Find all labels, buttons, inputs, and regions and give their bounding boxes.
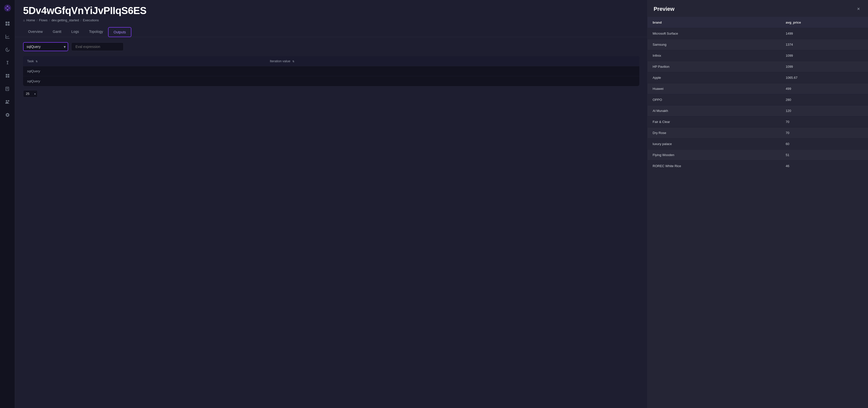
sidebar: [0, 0, 15, 408]
preview-row[interactable]: Apple 1065.67: [648, 72, 868, 83]
home-icon: ⌂: [23, 19, 25, 22]
plugin-icon[interactable]: [4, 59, 11, 66]
preview-cell-brand: Flying Wooden: [648, 150, 781, 161]
page-size-wrapper: 10 25 50 100: [23, 90, 38, 97]
preview-cell-brand: Al Munakh: [648, 106, 781, 116]
preview-cell-price: 1374: [781, 39, 868, 50]
preview-cell-price: 70: [781, 127, 868, 139]
preview-cell-price: 1065.67: [781, 72, 868, 83]
preview-col-brand: brand: [648, 17, 781, 28]
preview-col-avgprice: avg_price: [781, 17, 868, 28]
preview-panel: Preview × brand avg_price Microsoft Surf…: [647, 0, 868, 408]
dropdown-row: sqlQuery task1 task2: [23, 42, 639, 51]
controls-area: sqlQuery task1 task2: [15, 37, 647, 56]
history-icon[interactable]: [4, 46, 11, 53]
page-header: 5Dv4wGfqVnYiJvPIIqS6ES ⌂ Home / Flows / …: [15, 0, 647, 27]
sort-task-icon: ⇅: [36, 60, 38, 63]
cell-task: sqlQuery: [23, 76, 266, 86]
table-row[interactable]: sqlQuery: [23, 66, 639, 76]
cell-iteration: [266, 66, 639, 76]
preview-cell-brand: Apple: [648, 72, 781, 83]
preview-table: brand avg_price Microsoft Surface 1499 S…: [648, 17, 868, 171]
preview-row[interactable]: ROREC White Rice 46: [648, 161, 868, 172]
preview-cell-brand: Infinix: [648, 50, 781, 61]
preview-row[interactable]: Fair & Clear 70: [648, 116, 868, 127]
close-preview-button[interactable]: ×: [855, 5, 862, 13]
table-container: Task ⇅ Iteration value ⇅ sqlQuery sqlQue…: [15, 56, 647, 86]
outputs-table: Task ⇅ Iteration value ⇅ sqlQuery sqlQue…: [23, 56, 639, 86]
column-iteration[interactable]: Iteration value ⇅: [266, 56, 639, 66]
preview-cell-brand: Fair & Clear: [648, 116, 781, 127]
pagination-row: 10 25 50 100: [15, 86, 647, 101]
table-row[interactable]: sqlQuery: [23, 76, 639, 86]
preview-cell-price: 1099: [781, 61, 868, 72]
preview-cell-brand: Dry Rose: [648, 127, 781, 139]
tab-gantt[interactable]: Gantt: [48, 27, 66, 37]
preview-cell-price: 46: [781, 161, 868, 172]
tab-overview[interactable]: Overview: [23, 27, 48, 37]
preview-row[interactable]: Huawei 499: [648, 83, 868, 94]
chart-icon[interactable]: [4, 33, 11, 40]
tab-topology[interactable]: Topology: [84, 27, 108, 37]
preview-cell-brand: Huawei: [648, 83, 781, 94]
preview-cell-price: 280: [781, 94, 868, 106]
page-title: 5Dv4wGfqVnYiJvPIIqS6ES: [23, 5, 639, 16]
preview-cell-brand: Samsung: [648, 39, 781, 50]
breadcrumb-dev[interactable]: dev.getting_started: [52, 18, 79, 22]
preview-cell-price: 51: [781, 150, 868, 161]
preview-cell-brand: OPPO: [648, 94, 781, 106]
preview-cell-brand: HP Pavilion: [648, 61, 781, 72]
svg-rect-3: [5, 24, 7, 26]
tab-bar: Overview Gantt Logs Topology Outputs: [15, 27, 647, 37]
task-select-wrapper: sqlQuery task1 task2: [23, 42, 68, 51]
breadcrumb: ⌂ Home / Flows / dev.getting_started / E…: [23, 18, 639, 22]
grid-icon[interactable]: [4, 72, 11, 79]
main-content: 5Dv4wGfqVnYiJvPIIqS6ES ⌂ Home / Flows / …: [15, 0, 647, 408]
preview-cell-price: 1099: [781, 50, 868, 61]
eval-expression-input[interactable]: [71, 42, 124, 51]
preview-row[interactable]: Samsung 1374: [648, 39, 868, 50]
preview-table-container[interactable]: brand avg_price Microsoft Surface 1499 S…: [648, 17, 868, 408]
preview-cell-brand: Microsoft Surface: [648, 28, 781, 39]
preview-header: Preview ×: [648, 0, 868, 17]
preview-cell-price: 1499: [781, 28, 868, 39]
svg-rect-1: [5, 22, 7, 23]
sort-iteration-icon: ⇅: [292, 60, 294, 63]
cell-task: sqlQuery: [23, 66, 266, 76]
dashboard-icon[interactable]: [4, 20, 11, 27]
breadcrumb-home[interactable]: Home: [26, 18, 35, 22]
preview-cell-price: 499: [781, 83, 868, 94]
preview-row[interactable]: Dry Rose 70: [648, 127, 868, 139]
preview-row[interactable]: Al Munakh 120: [648, 106, 868, 116]
preview-row[interactable]: HP Pavilion 1099: [648, 61, 868, 72]
users-icon[interactable]: [4, 98, 11, 106]
preview-cell-price: 70: [781, 116, 868, 127]
preview-row[interactable]: Infinix 1099: [648, 50, 868, 61]
preview-row[interactable]: luxury palace 60: [648, 139, 868, 150]
preview-title: Preview: [654, 6, 675, 12]
preview-cell-brand: ROREC White Rice: [648, 161, 781, 172]
preview-row[interactable]: Flying Wooden 51: [648, 150, 868, 161]
preview-cell-price: 120: [781, 106, 868, 116]
svg-rect-4: [8, 24, 9, 26]
preview-cell-brand: luxury palace: [648, 139, 781, 150]
breadcrumb-flows[interactable]: Flows: [39, 18, 48, 22]
book-icon[interactable]: [4, 85, 11, 92]
column-task[interactable]: Task ⇅: [23, 56, 266, 66]
preview-row[interactable]: OPPO 280: [648, 94, 868, 106]
tab-outputs[interactable]: Outputs: [108, 27, 131, 37]
settings-icon[interactable]: [4, 111, 11, 118]
page-size-select[interactable]: 10 25 50 100: [23, 90, 38, 97]
task-select[interactable]: sqlQuery task1 task2: [23, 42, 68, 51]
preview-cell-price: 60: [781, 139, 868, 150]
app-logo[interactable]: [3, 4, 11, 12]
svg-rect-2: [8, 22, 9, 23]
preview-row[interactable]: Microsoft Surface 1499: [648, 28, 868, 39]
breadcrumb-executions[interactable]: Executions: [83, 18, 99, 22]
tab-logs[interactable]: Logs: [66, 27, 84, 37]
cell-iteration: [266, 76, 639, 86]
